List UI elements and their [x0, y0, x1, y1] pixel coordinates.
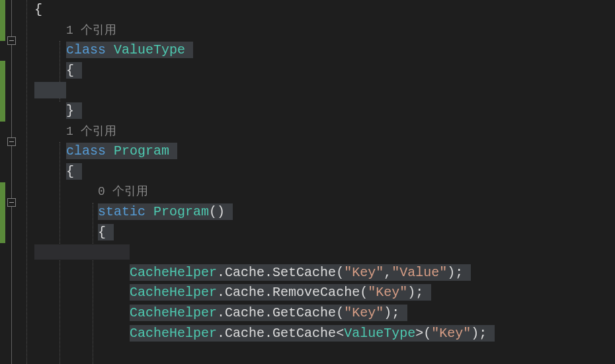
code-line: CacheHelper.Cache.GetCache<ValueType>("K… [19, 324, 615, 344]
string-value: "Value" [391, 265, 447, 280]
cache-prop: Cache [225, 326, 265, 341]
brace-open: { [34, 2, 42, 17]
method-setcache: SetCache [272, 265, 336, 280]
fold-toggle-icon[interactable] [7, 137, 16, 146]
cache-prop: Cache [225, 305, 265, 320]
code-line: CacheHelper.Cache.RemoveCache("Key"); [19, 283, 615, 303]
method-removecache: RemoveCache [272, 285, 360, 300]
keyword-static: static [98, 204, 145, 219]
brace-open: { [98, 225, 106, 240]
code-line: { [19, 61, 615, 81]
type-program: Program [114, 143, 169, 159]
code-line: { [19, 223, 615, 243]
code-line: static Program() [19, 202, 615, 223]
brace-open: { [66, 63, 74, 78]
method-getcache-generic: GetCache [272, 326, 336, 341]
code-line [19, 81, 615, 101]
ctor-program: Program [153, 204, 209, 219]
brace-open: { [66, 164, 74, 179]
brace-close: } [66, 103, 74, 118]
method-getcache: GetCache [272, 305, 336, 320]
keyword-class: class [66, 143, 106, 159]
code-content[interactable]: { 1 个引用 class ValueType { } 1 个引用 class … [19, 0, 615, 364]
string-key: "Key" [344, 265, 384, 280]
code-line: class Program [19, 141, 615, 162]
cache-prop: Cache [225, 265, 265, 280]
cachehelper: CacheHelper [130, 285, 217, 300]
paren: () [209, 204, 225, 219]
codelens-line[interactable]: 0 个引用 [19, 182, 615, 202]
fold-toggle-icon[interactable] [7, 198, 16, 207]
code-line [19, 242, 615, 263]
codelens-line[interactable]: 1 个引用 [19, 20, 615, 41]
codelens-line[interactable]: 1 个引用 [19, 122, 615, 142]
codelens-references[interactable]: 1 个引用 [66, 24, 116, 37]
cachehelper: CacheHelper [130, 265, 217, 280]
code-editor[interactable]: { 1 个引用 class ValueType { } 1 个引用 class … [0, 0, 615, 364]
code-line: } [19, 101, 615, 122]
code-line: CacheHelper.Cache.SetCache("Key","Value"… [19, 263, 615, 283]
cachehelper: CacheHelper [130, 326, 217, 341]
type-valuetype: ValueType [114, 42, 185, 57]
code-line: class ValueType [19, 40, 615, 61]
fold-toggle-icon[interactable] [7, 36, 16, 45]
fold-column [5, 0, 19, 364]
codelens-references[interactable]: 1 个引用 [66, 125, 116, 138]
code-line: CacheHelper.Cache.GetCache("Key"); [19, 303, 615, 324]
code-line: { [19, 0, 615, 20]
codelens-references[interactable]: 0 个引用 [98, 185, 148, 198]
type-valuetype: ValueType [344, 326, 415, 341]
string-key: "Key" [344, 305, 384, 320]
string-key: "Key" [368, 285, 407, 300]
string-key: "Key" [431, 326, 471, 341]
cache-prop: Cache [225, 285, 265, 300]
cachehelper: CacheHelper [130, 305, 217, 320]
keyword-class: class [66, 42, 106, 57]
change-marker-column [0, 0, 5, 364]
code-line: { [19, 162, 615, 182]
